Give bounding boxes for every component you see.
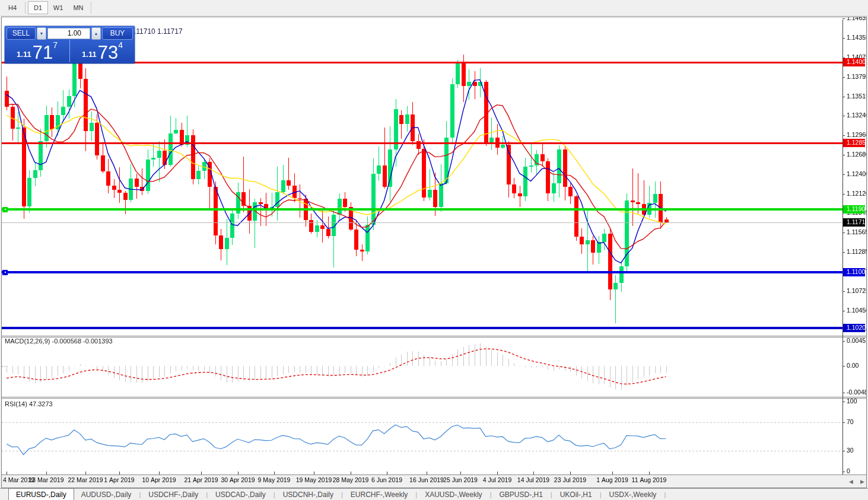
tab-eurchf-weekly[interactable]: EURCHF-,Weekly [344, 489, 415, 500]
timeframe-button-h4[interactable]: H4 [2, 1, 23, 14]
tab-usdcnh-daily[interactable]: USDCNH-,Daily [276, 489, 341, 500]
buy-price-display[interactable]: 1.11 73 4 [70, 40, 135, 62]
timeframe-button-mn[interactable]: MN [68, 1, 88, 14]
chart-tab-bar: EURUSD-,Daily AUDUSD-,Daily| USDCHF-,Dai… [0, 488, 868, 500]
sell-button[interactable]: SELL [7, 27, 36, 40]
volume-decrease-button[interactable]: ▼ [37, 27, 46, 40]
buy-price-main: 73 [98, 45, 118, 60]
chart-window: ▲EURUSD-,Daily 1.11758 1.11789 1.11710 1… [1, 17, 867, 488]
chevron-down-icon: ▼ [40, 31, 44, 36]
tab-divider: | [663, 491, 666, 498]
macd-indicator-label: MACD(12,26,9) -0.000568 -0.001393 [5, 337, 113, 345]
sell-price-pip: 7 [53, 41, 58, 49]
timeframe-button-d1[interactable]: D1 [28, 1, 48, 14]
mt4-terminal: { "toolbar": { "timeframes": [ {"label":… [0, 0, 868, 500]
scroll-right-icon[interactable]: ▶ [860, 479, 864, 485]
tab-ukoil-h1[interactable]: UKOil-,H1 [553, 489, 599, 500]
tab-usdx-weekly[interactable]: USDX-,Weekly [602, 489, 664, 500]
rsi-indicator-label: RSI(14) 47.3273 [5, 400, 53, 407]
toolbar-separator [25, 2, 26, 14]
volume-increase-button[interactable]: ▲ [91, 27, 101, 40]
tab-gbpusd-h1[interactable]: GBPUSD-,H1 [492, 489, 549, 500]
volume-input[interactable] [47, 28, 90, 39]
chevron-up-icon: ▲ [94, 31, 98, 36]
sell-price-main: 71 [33, 45, 53, 60]
tab-audusd-daily[interactable]: AUDUSD-,Daily [74, 489, 139, 500]
sell-price-display[interactable]: 1.11 71 7 [5, 40, 70, 62]
tab-usdcad-daily[interactable]: USDCAD-,Daily [208, 489, 273, 500]
sell-price-prefix: 1.11 [17, 50, 31, 59]
tab-xauusd-weekly[interactable]: XAUUSD-,Weekly [418, 489, 489, 500]
one-click-trade-panel: SELL ▼ ▲ BUY 1.11 71 7 1.11 73 4 [5, 26, 135, 63]
scroll-left-icon[interactable]: ◀ [849, 479, 853, 485]
tab-usdchf-daily[interactable]: USDCHF-,Daily [141, 489, 205, 500]
tab-eurusd-daily[interactable]: EURUSD-,Daily [8, 488, 74, 500]
buy-price-prefix: 1.11 [82, 50, 97, 59]
timeframe-button-w1[interactable]: W1 [48, 1, 68, 14]
buy-price-pip: 4 [118, 41, 123, 49]
buy-button[interactable]: BUY [102, 27, 133, 40]
chart-canvas[interactable] [2, 17, 866, 488]
timeframe-toolbar: H4 D1 W1 MN [0, 0, 868, 16]
toolbar-separator [91, 2, 91, 14]
